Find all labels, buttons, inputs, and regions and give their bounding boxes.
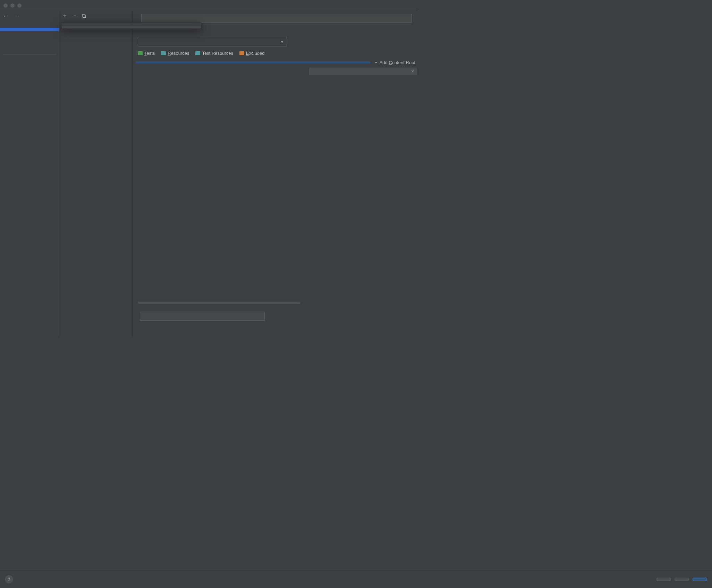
mark-tests[interactable]: Tests — [138, 51, 155, 56]
chevron-down-icon: ▼ — [280, 40, 284, 44]
module-details-panel: ▼ Tests Resources Test Resources Exclude… — [133, 11, 418, 337]
module-name-input[interactable] — [141, 14, 412, 23]
plus-icon: ＋ — [374, 59, 378, 66]
exclude-files-input[interactable] — [140, 312, 265, 321]
module-list-column: ＋ − ⧉ — [59, 11, 133, 337]
tests-folder-icon — [138, 51, 143, 55]
copy-module-icon[interactable]: ⧉ — [82, 13, 86, 19]
sidebar-item-problems[interactable] — [0, 57, 59, 61]
sidebar-item-facets[interactable] — [0, 35, 59, 38]
resources-folder-icon — [161, 51, 166, 55]
back-arrow-icon[interactable]: ← — [3, 12, 9, 20]
sidebar-item-libraries[interactable] — [0, 31, 59, 35]
platform-settings-header — [0, 42, 59, 45]
sidebar-item-artifacts[interactable] — [0, 38, 59, 42]
close-window-button[interactable] — [3, 3, 8, 8]
add-module-icon[interactable]: ＋ — [62, 12, 68, 19]
test-resources-folder-icon — [195, 51, 200, 55]
titlebar — [0, 0, 418, 11]
add-module-popup — [61, 23, 201, 29]
forward-arrow-icon[interactable]: → — [14, 12, 20, 20]
popup-title — [62, 23, 201, 26]
minimize-window-button[interactable] — [10, 3, 15, 8]
add-content-root-button[interactable]: ＋ Add Content Root — [370, 59, 415, 66]
content-root-item[interactable]: × — [309, 68, 417, 75]
language-level-select[interactable]: ▼ — [138, 37, 287, 46]
remove-content-root-icon[interactable]: × — [411, 69, 414, 74]
sidebar-separator — [3, 54, 56, 54]
mark-test-resources[interactable]: Test Resources — [195, 51, 233, 56]
content-root-path[interactable] — [136, 61, 370, 63]
mark-excluded[interactable]: Excluded — [239, 51, 264, 56]
horizontal-scrollbar[interactable] — [138, 302, 300, 304]
sidebar-item-project[interactable] — [0, 24, 59, 28]
maximize-window-button[interactable] — [17, 3, 22, 8]
remove-module-icon[interactable]: − — [73, 13, 76, 19]
framework-section-header — [62, 26, 201, 28]
sidebar: ← → — [0, 11, 59, 337]
project-settings-header — [0, 21, 59, 24]
mark-resources[interactable]: Resources — [161, 51, 189, 56]
sidebar-item-modules[interactable] — [0, 28, 59, 31]
sidebar-item-sdks[interactable] — [0, 45, 59, 49]
sidebar-item-global-libraries[interactable] — [0, 49, 59, 52]
excluded-folder-icon — [239, 51, 244, 55]
traffic-lights — [3, 3, 22, 8]
